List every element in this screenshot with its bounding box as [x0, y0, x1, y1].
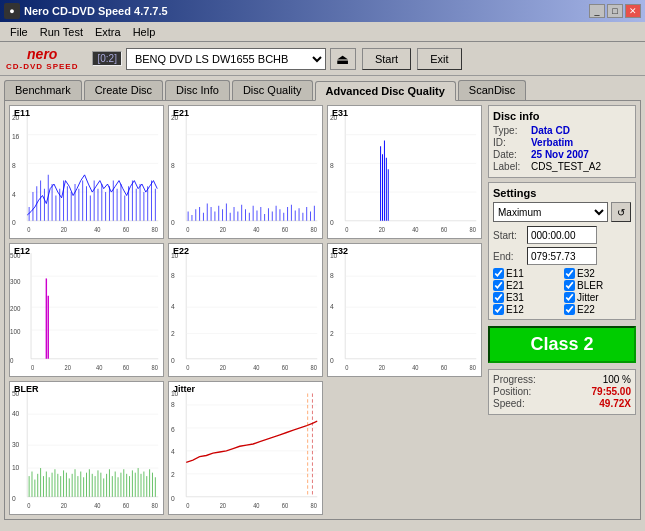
svg-text:80: 80: [152, 502, 159, 510]
nero-logo: nero CD-DVD SPEED: [6, 46, 78, 71]
check-e11[interactable]: E11: [493, 268, 560, 279]
chart-e21-title: E21: [173, 108, 189, 118]
check-bler[interactable]: BLER: [564, 280, 631, 291]
tab-disc-quality[interactable]: Disc Quality: [232, 80, 313, 100]
info-type-value: Data CD: [531, 125, 570, 136]
svg-text:0: 0: [27, 502, 31, 510]
svg-rect-151: [328, 244, 481, 376]
check-jitter-input[interactable]: [564, 292, 575, 303]
svg-text:20: 20: [220, 226, 227, 234]
progress-value: 100 %: [603, 374, 631, 385]
svg-text:80: 80: [311, 226, 318, 234]
svg-text:20: 20: [379, 364, 386, 372]
start-time-input[interactable]: [527, 226, 597, 244]
svg-text:4: 4: [12, 189, 16, 199]
menu-run-test[interactable]: Run Test: [34, 25, 89, 39]
chart-e32: E32 10 8 4 2 0 0 20 40 60 80: [327, 243, 482, 377]
end-time-input[interactable]: [527, 247, 597, 265]
svg-text:8: 8: [12, 160, 16, 170]
check-bler-input[interactable]: [564, 280, 575, 291]
exit-button[interactable]: Exit: [417, 48, 461, 70]
title-buttons: _ □ ✕: [589, 4, 641, 18]
chart-e22-title: E22: [173, 246, 189, 256]
check-bler-label: BLER: [577, 280, 603, 291]
svg-text:40: 40: [412, 226, 419, 234]
position-value: 79:55.00: [592, 386, 631, 397]
svg-text:0: 0: [12, 494, 16, 504]
svg-text:0: 0: [171, 218, 175, 228]
check-e22-label: E22: [577, 304, 595, 315]
speed-combo[interactable]: Maximum: [493, 202, 608, 222]
menu-extra[interactable]: Extra: [89, 25, 127, 39]
tab-benchmark[interactable]: Benchmark: [4, 80, 82, 100]
speed-label: Speed:: [493, 398, 525, 409]
settings-box: Settings Maximum ↺ Start: End: E11: [488, 182, 636, 320]
svg-rect-135: [169, 244, 322, 376]
svg-text:0: 0: [31, 364, 35, 372]
chart-e21: E21 20 8 0 0 20 40 60 80: [168, 105, 323, 239]
drive-combo[interactable]: BENQ DVD LS DW1655 BCHB: [126, 48, 326, 70]
toolbar: nero CD-DVD SPEED [0:2] BENQ DVD LS DW16…: [0, 42, 645, 76]
svg-text:40: 40: [253, 226, 260, 234]
chart-jitter-title: Jitter: [173, 384, 195, 394]
check-e12-input[interactable]: [493, 304, 504, 315]
nero-logo-top: nero: [27, 46, 57, 62]
start-label: Start:: [493, 230, 523, 241]
tab-create-disc[interactable]: Create Disc: [84, 80, 163, 100]
check-e32-input[interactable]: [564, 268, 575, 279]
info-type-row: Type: Data CD: [493, 125, 631, 136]
svg-text:4: 4: [171, 302, 175, 312]
svg-text:40: 40: [96, 364, 103, 372]
progress-row: Progress: 100 %: [493, 374, 631, 385]
check-e32[interactable]: E32: [564, 268, 631, 279]
svg-text:30: 30: [12, 440, 19, 450]
check-e12[interactable]: E12: [493, 304, 560, 315]
maximize-button[interactable]: □: [607, 4, 623, 18]
svg-text:60: 60: [441, 226, 448, 234]
menu-bar: File Run Test Extra Help: [0, 22, 645, 42]
check-e22[interactable]: E22: [564, 304, 631, 315]
tab-disc-info[interactable]: Disc Info: [165, 80, 230, 100]
speed-value: 49.72X: [599, 398, 631, 409]
menu-help[interactable]: Help: [127, 25, 162, 39]
chart-e12: E12 500 300 200 100 0 0 20 40 60 80: [9, 243, 164, 377]
info-type-label: Type:: [493, 125, 529, 136]
svg-text:200: 200: [10, 304, 21, 312]
tab-scandisc[interactable]: ScanDisc: [458, 80, 526, 100]
info-date-row: Date: 25 Nov 2007: [493, 149, 631, 160]
svg-text:40: 40: [94, 226, 101, 234]
svg-text:60: 60: [282, 364, 289, 372]
settings-refresh-button[interactable]: ↺: [611, 202, 631, 222]
svg-rect-98: [328, 106, 481, 238]
svg-text:40: 40: [412, 364, 419, 372]
svg-text:8: 8: [171, 160, 175, 170]
disc-eject-button[interactable]: ⏏: [330, 48, 356, 70]
svg-text:0: 0: [171, 494, 175, 504]
info-label-row: Label: CDS_TEST_A2: [493, 161, 631, 172]
end-label: End:: [493, 251, 523, 262]
end-time-row: End:: [493, 247, 631, 265]
title-bar-left: ● Nero CD-DVD Speed 4.7.7.5: [4, 3, 168, 19]
svg-text:4: 4: [171, 447, 175, 457]
svg-text:60: 60: [123, 502, 130, 510]
svg-text:20: 20: [65, 364, 72, 372]
svg-text:0: 0: [186, 226, 190, 234]
chart-jitter: Jitter 10 8 6 4 2 0 0 20 40 60 80: [168, 381, 323, 515]
check-jitter[interactable]: Jitter: [564, 292, 631, 303]
check-e21[interactable]: E21: [493, 280, 560, 291]
check-e11-input[interactable]: [493, 268, 504, 279]
nero-logo-bottom: CD-DVD SPEED: [6, 62, 78, 71]
close-button[interactable]: ✕: [625, 4, 641, 18]
start-button[interactable]: Start: [362, 48, 411, 70]
check-e31[interactable]: E31: [493, 292, 560, 303]
minimize-button[interactable]: _: [589, 4, 605, 18]
tab-advanced-disc-quality[interactable]: Advanced Disc Quality: [315, 81, 456, 101]
menu-file[interactable]: File: [4, 25, 34, 39]
check-e22-input[interactable]: [564, 304, 575, 315]
svg-text:40: 40: [94, 502, 101, 510]
info-date-label: Date:: [493, 149, 529, 160]
check-e31-input[interactable]: [493, 292, 504, 303]
check-e21-input[interactable]: [493, 280, 504, 291]
svg-text:2: 2: [330, 328, 334, 338]
window-title: Nero CD-DVD Speed 4.7.7.5: [24, 5, 168, 17]
